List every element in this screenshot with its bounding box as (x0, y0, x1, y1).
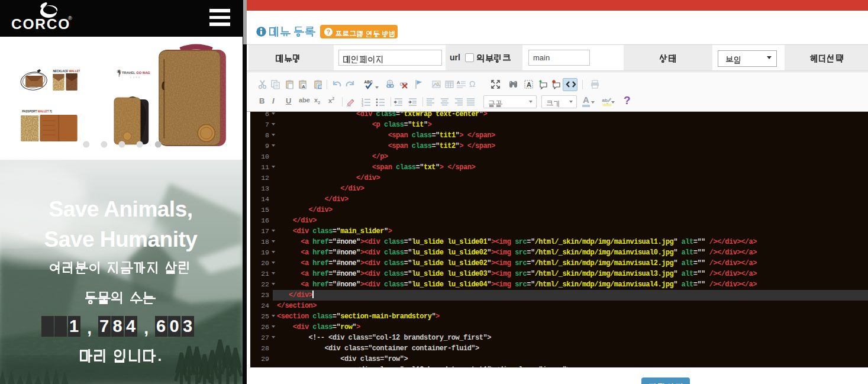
svg-text:CORCO: CORCO (11, 16, 70, 32)
svg-text:A: A (527, 81, 531, 88)
svg-text:A: A (457, 80, 460, 85)
svg-text:Ω: Ω (469, 79, 475, 89)
svg-text:ABC: ABC (364, 80, 373, 84)
svg-text:TRAVEL GO BAG: TRAVEL GO BAG (122, 71, 150, 75)
svg-text:NECKLACE WALLET: NECKLACE WALLET (53, 70, 80, 73)
svg-text:A: A (302, 84, 305, 89)
svg-text:C O R K: C O R K (130, 76, 140, 79)
svg-text:®: ® (68, 15, 72, 21)
svg-text:PASSPORT WALLET 7|: PASSPORT WALLET 7| (22, 110, 52, 113)
svg-text:ab: ab (602, 98, 608, 103)
svg-text:3: 3 (362, 104, 363, 107)
svg-text:W: W (318, 85, 322, 89)
